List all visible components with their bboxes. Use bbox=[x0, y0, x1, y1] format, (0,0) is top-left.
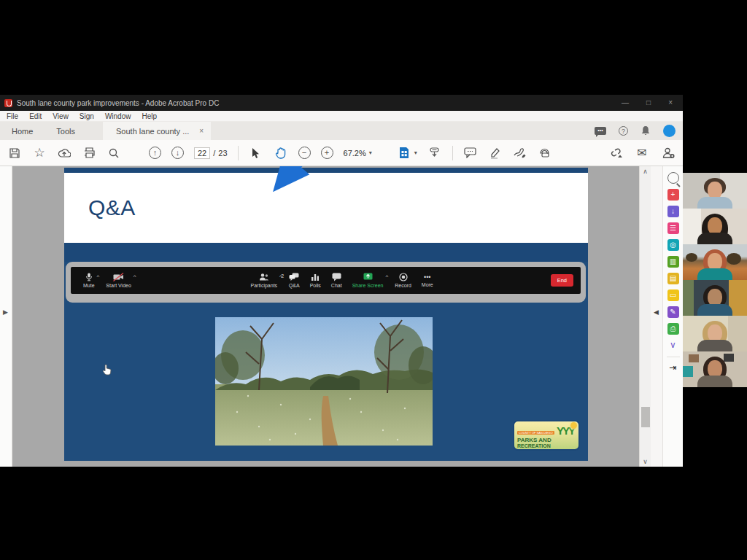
slide-top-rule bbox=[64, 168, 588, 173]
stamp-tool-icon[interactable] bbox=[538, 146, 552, 160]
tools-pane-strip: ◀ bbox=[651, 166, 662, 467]
menu-window[interactable]: Window bbox=[105, 112, 131, 120]
zoom-out-icon[interactable]: − bbox=[298, 147, 311, 159]
email-icon[interactable]: ✉ bbox=[635, 146, 649, 160]
user-avatar[interactable] bbox=[663, 125, 676, 137]
start-video-button: Start Video bbox=[101, 273, 136, 288]
slide-title: Q&A bbox=[88, 195, 136, 220]
park-trail-photo bbox=[215, 317, 433, 446]
participant-video-1[interactable] bbox=[683, 173, 747, 209]
maximize-button[interactable]: □ bbox=[646, 95, 651, 111]
chevron-down-icon[interactable]: ▾ bbox=[414, 149, 417, 156]
mute-button: Mute bbox=[78, 273, 100, 288]
qa-bubbles-icon bbox=[289, 273, 299, 281]
participant-video-strip bbox=[683, 173, 747, 387]
chat-bubble-icon bbox=[332, 273, 341, 281]
export-pdf-tool-icon[interactable]: ↓ bbox=[667, 206, 679, 217]
tab-tools[interactable]: Tools bbox=[44, 122, 87, 140]
help-icon[interactable]: ? bbox=[619, 126, 628, 136]
more-button: ••• More bbox=[417, 273, 438, 287]
close-button[interactable]: × bbox=[668, 95, 673, 111]
hand-tool-icon[interactable] bbox=[274, 146, 288, 160]
tab-close-icon[interactable]: × bbox=[199, 127, 204, 135]
menu-view[interactable]: View bbox=[53, 112, 69, 120]
create-pdf-tool-icon[interactable]: + bbox=[667, 189, 679, 201]
participant-video-6[interactable] bbox=[683, 351, 747, 387]
zoom-toolbar-image: Mute ^ Start Video ^ bbox=[71, 267, 581, 294]
end-meeting-button: End bbox=[551, 274, 573, 287]
page-total: 23 bbox=[218, 149, 227, 158]
fill-sign-tool-icon[interactable]: ✎ bbox=[667, 306, 679, 318]
parks-recreation-logo: COUNTY OF SAN DIEGO PARKS AND RECREATION… bbox=[513, 420, 580, 451]
star-favorites-icon[interactable]: ☆ bbox=[32, 146, 47, 160]
record-icon bbox=[399, 273, 408, 281]
select-tool-icon[interactable] bbox=[249, 146, 263, 160]
scroll-mode-icon[interactable] bbox=[427, 146, 442, 160]
request-signatures-tool-icon[interactable]: ▤ bbox=[667, 273, 679, 284]
participant-video-3[interactable] bbox=[683, 244, 747, 280]
notifications-bell-icon[interactable] bbox=[640, 125, 651, 136]
microphone-icon bbox=[85, 273, 93, 281]
logo-parks-line: PARKS AND bbox=[517, 437, 576, 443]
share-cloud-icon[interactable] bbox=[57, 146, 71, 160]
menu-file[interactable]: File bbox=[7, 112, 18, 120]
menu-edit[interactable]: Edit bbox=[29, 112, 42, 120]
qa-button: Q&A bbox=[284, 273, 305, 288]
highlighter-icon[interactable] bbox=[488, 146, 503, 160]
comment-tool-icon[interactable] bbox=[463, 146, 478, 160]
scroll-up-icon[interactable]: ∧ bbox=[640, 168, 651, 175]
slide-divider-band bbox=[64, 243, 588, 262]
search-tool-icon[interactable] bbox=[667, 172, 679, 184]
participant-video-2[interactable] bbox=[683, 209, 747, 244]
dock-panel-icon[interactable]: ⇥ bbox=[667, 362, 679, 374]
mouse-hand-cursor bbox=[102, 364, 112, 376]
tab-home[interactable]: Home bbox=[0, 122, 44, 140]
print-production-tool-icon[interactable]: ⎙ bbox=[667, 323, 679, 335]
collapse-tools-pane-icon[interactable]: ◀ bbox=[654, 308, 659, 316]
fill-sign-icon[interactable] bbox=[513, 146, 527, 160]
page-display-options-icon[interactable] bbox=[397, 146, 411, 160]
zoom-in-icon[interactable]: + bbox=[321, 147, 333, 159]
export-excel-tool-icon[interactable]: ▥ bbox=[667, 256, 679, 268]
scrollbar-thumb[interactable] bbox=[641, 407, 650, 427]
menu-help[interactable]: Help bbox=[142, 112, 157, 120]
tab-document[interactable]: South lane county ... × bbox=[103, 122, 211, 140]
search-icon[interactable] bbox=[107, 146, 121, 160]
share-with-people-icon[interactable] bbox=[661, 146, 676, 160]
share-screen-icon bbox=[363, 273, 373, 281]
acrobat-app-icon bbox=[4, 99, 12, 107]
video-off-icon bbox=[113, 273, 124, 281]
participant-video-4[interactable] bbox=[683, 280, 747, 316]
share-link-icon[interactable] bbox=[608, 146, 623, 160]
more-tools-icon[interactable]: ∨ bbox=[667, 340, 679, 351]
organize-pages-tool-icon[interactable]: ☰ bbox=[667, 222, 679, 234]
next-page-icon[interactable]: ↓ bbox=[171, 147, 184, 159]
previous-page-icon[interactable]: ↑ bbox=[149, 147, 161, 159]
vertical-scrollbar[interactable]: ∧ ∨ bbox=[639, 166, 651, 467]
zoom-level-select[interactable]: 67.2% ▾ bbox=[344, 149, 372, 158]
menu-sign[interactable]: Sign bbox=[80, 112, 94, 120]
comments-icon[interactable]: ••• bbox=[595, 127, 606, 135]
page-number-input[interactable]: 22 bbox=[194, 147, 210, 159]
pdf-slide-page: Q&A Mute bbox=[64, 168, 588, 461]
scroll-down-icon[interactable]: ∨ bbox=[640, 458, 651, 465]
share-screen-button: Share Screen bbox=[347, 273, 389, 288]
print-icon[interactable] bbox=[82, 146, 96, 160]
participant-video-5[interactable] bbox=[683, 316, 747, 351]
edit-pdf-tool-icon[interactable]: ◎ bbox=[667, 239, 679, 251]
slide-body: Mute ^ Start Video ^ bbox=[64, 262, 588, 461]
save-icon[interactable] bbox=[7, 146, 22, 160]
expand-nav-pane-icon[interactable]: ▶ bbox=[3, 308, 8, 316]
tab-bar: Home Tools South lane county ... × ••• ? bbox=[0, 122, 683, 140]
record-button: Record bbox=[390, 273, 417, 288]
participants-button: 2 Participants bbox=[246, 273, 283, 288]
screen: South lane county park improvements - Ad… bbox=[0, 0, 747, 560]
zoom-toolbar-frame: Mute ^ Start Video ^ bbox=[66, 262, 586, 303]
logo-recreation-line: RECREATION bbox=[517, 443, 576, 449]
minimize-button[interactable]: — bbox=[622, 95, 629, 111]
participants-icon bbox=[259, 273, 269, 281]
comment-tool-sidebar-icon[interactable]: ▭ bbox=[667, 289, 679, 301]
zoom-level-value: 67.2% bbox=[344, 149, 366, 158]
document-canvas[interactable]: Q&A Mute bbox=[12, 166, 639, 467]
page-indicator: 22 / 23 bbox=[194, 147, 228, 159]
